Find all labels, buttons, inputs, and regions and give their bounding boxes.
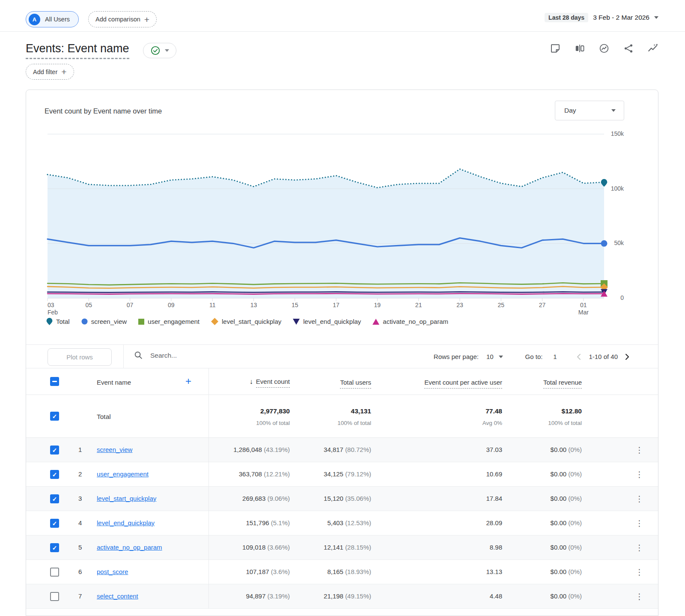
x-axis-tick: 03Feb [48,302,73,316]
row-checkbox[interactable] [50,592,59,601]
total-users: 43,131100% of total [337,407,371,426]
legend-label: user_engagement [148,318,200,325]
cell-per-active-user: 17.84 [486,495,502,502]
go-to-input[interactable] [549,353,560,360]
event-name-link[interactable]: user_engagement [97,470,149,478]
legend-label: level_end_quickplay [303,318,361,325]
row-checkbox[interactable] [50,568,59,577]
chevron-down-icon[interactable] [499,356,503,358]
report-toolbar [550,43,658,54]
cell-event-count: 1,286,048 (43.19%) [233,446,290,453]
row-checkbox[interactable] [50,470,59,479]
row-checkbox[interactable] [50,543,59,552]
row-index: 6 [78,568,82,575]
cell-per-active-user: 4.48 [490,592,502,600]
plot-rows-button[interactable]: Plot rows [48,348,112,366]
trends-icon[interactable] [647,43,658,54]
event-name-link[interactable]: select_content [97,592,138,600]
x-axis-tick: 25 [488,302,514,309]
legend-item-activate_no_op_param[interactable]: activate_no_op_param [372,318,448,325]
legend-item-level_start_quickplay[interactable]: level_start_quickplay [211,318,281,325]
rows-per-page-value[interactable]: 10 [486,353,494,360]
row-menu-icon[interactable]: ⋮ [635,518,643,528]
table-row-select_content: 7select_content94,897 (3.19%)21,198 (49.… [26,584,658,609]
date-range-picker[interactable]: Last 28 days 3 Feb - 2 Mar 2026 [545,13,658,22]
column-header-total-revenue[interactable]: Total revenue [543,379,582,389]
row-index: 5 [78,544,82,551]
x-axis-tick: 11 [200,302,225,309]
row-checkbox[interactable] [50,446,59,455]
table-total-row: Total 2,977,830100% of total 43,131100% … [26,395,658,438]
search-input[interactable] [150,352,279,359]
cell-event-count: 151,796 (5.1%) [246,519,290,526]
row-checkbox[interactable] [50,494,59,503]
row-menu-icon[interactable]: ⋮ [635,445,643,455]
share-icon[interactable] [623,43,634,54]
row-menu-icon[interactable]: ⋮ [635,567,643,577]
cell-total-users: 34,125 (79.12%) [324,470,371,478]
page-title: Events: Event name [26,42,129,59]
chevron-down-icon [611,109,616,112]
x-axis-tick: 09 [158,302,184,309]
row-index: 3 [78,495,82,502]
row-index: 7 [78,592,82,600]
next-page-icon[interactable] [623,353,631,361]
column-header-total-users[interactable]: Total users [340,379,371,389]
table-row-level_start_quickplay: 3level_start_quickplay269,683 (9.06%)15,… [26,487,658,511]
check-circle-icon [151,46,160,55]
event-name-link[interactable]: level_start_quickplay [97,495,156,502]
total-row-checkbox[interactable] [50,412,59,421]
event-name-link[interactable]: screen_view [97,446,132,453]
time-series-chart: 150k100k50k0 03Feb0507091113151719212325… [26,131,658,332]
row-index: 1 [78,446,82,453]
add-column-button[interactable]: + [185,375,191,387]
date-range-text: 3 Feb - 2 Mar 2026 [593,14,649,21]
table-header-row: Event name + ↓Event count Total users Ev… [26,368,658,395]
column-header-event-count[interactable]: ↓Event count [250,378,290,386]
row-menu-icon[interactable]: ⋮ [635,494,643,504]
legend-item-total[interactable]: Total [46,318,70,325]
add-filter-button[interactable]: Add filter + [26,64,74,80]
row-menu-icon[interactable]: ⋮ [635,543,643,553]
plus-icon: + [144,15,149,24]
all-users-label: All Users [45,16,70,23]
pagination-range: 1-10 of 40 [589,353,618,360]
legend-item-user_engagement[interactable]: user_engagement [138,318,200,325]
event-name-link[interactable]: activate_no_op_param [97,544,162,551]
cell-total-users: 34,817 (80.72%) [324,446,371,453]
cell-event-count: 94,897 (3.19%) [246,592,290,600]
cell-total-users: 8,165 (18.93%) [327,568,371,575]
report-status-dropdown[interactable] [143,43,176,58]
column-header-event-name[interactable]: Event name [97,379,131,386]
legend-item-screen_view[interactable]: screen_view [81,318,127,325]
all-users-chip[interactable]: A All Users [26,11,79,27]
x-axis-tick: 15 [282,302,308,309]
x-axis-tick: 27 [530,302,555,309]
plus-icon: + [61,67,66,76]
event-name-link[interactable]: level_end_quickplay [97,519,155,526]
chevron-down-icon [654,16,658,19]
cell-revenue: $0.00 (0%) [551,446,582,453]
x-axis-tick: 07 [117,302,143,309]
add-comparison-button[interactable]: Add comparison + [88,11,157,27]
cell-per-active-user: 13.13 [486,568,502,575]
cell-per-active-user: 8.98 [490,544,502,551]
event-name-link[interactable]: post_score [97,568,128,575]
cell-event-count: 363,708 (12.21%) [239,470,290,478]
column-header-per-active-user[interactable]: Event count per active user [424,379,502,389]
table-controls: Plot rows Rows per page: 10 Go to: 1-10 … [26,344,658,368]
cell-revenue: $0.00 (0%) [551,592,582,600]
row-menu-icon[interactable]: ⋮ [635,592,643,601]
note-icon[interactable] [550,43,561,54]
y-axis-tick: 150k [594,130,624,137]
insights-icon[interactable] [599,43,610,54]
legend-item-level_end_quickplay[interactable]: level_end_quickplay [293,318,361,325]
segment-avatar: A [29,14,40,25]
previous-page-icon[interactable] [575,353,584,361]
select-all-checkbox[interactable] [50,377,59,386]
row-menu-icon[interactable]: ⋮ [635,469,643,479]
granularity-select[interactable]: Day [555,101,624,120]
granularity-value: Day [564,107,576,114]
row-checkbox[interactable] [50,519,59,528]
ab-compare-icon[interactable] [574,43,585,54]
